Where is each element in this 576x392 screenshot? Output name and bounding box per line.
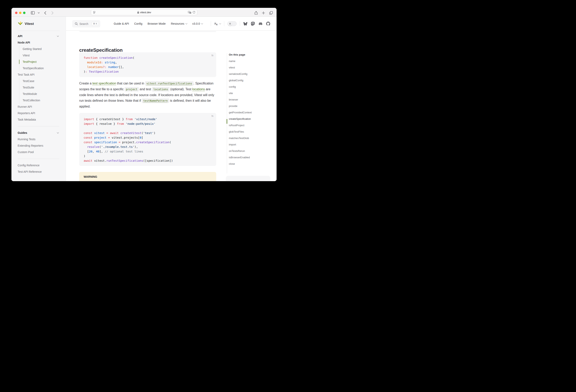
nav-link-browser-mode[interactable]: Browser Mode (148, 22, 166, 25)
code-line: locations?: number[], (84, 65, 212, 69)
code-token: , (115, 61, 117, 64)
share-icon[interactable] (253, 10, 259, 16)
site-nav: Search ⌘ K Guide & APIConfigBrowser Mode… (66, 17, 277, 31)
outline-item-serializedconfig[interactable]: serializedConfig (229, 71, 269, 77)
nav-link-label: v3.0.0 (192, 22, 200, 25)
nav-link-config[interactable]: Config (134, 22, 142, 25)
text-run: (optional). Test (170, 88, 192, 91)
code-token (87, 70, 89, 73)
code-token (107, 65, 108, 69)
nav-right-cluster: Guide & APIConfigBrowser ModeResourcesv3… (114, 17, 270, 31)
code-token: 'node:path/posix' (126, 122, 155, 125)
outline-item-isrootproject[interactable]: isRootProject (229, 122, 269, 128)
outline-item-createspecification[interactable]: createSpecification (229, 116, 269, 122)
minimize-window-button[interactable] (19, 12, 22, 14)
sidebar-item-config-reference[interactable]: Config Reference (11, 162, 66, 169)
sidebar-item-runner-api[interactable]: Runner API (11, 104, 66, 110)
outline-item-import[interactable]: import (229, 141, 269, 148)
outline-item-name[interactable]: name (229, 58, 269, 64)
sidebar-menu-chevron-icon[interactable] (36, 10, 42, 16)
sidebar-item-custom-pool[interactable]: Custom Pool (11, 149, 66, 155)
sidebar-toggle-icon[interactable] (30, 10, 35, 16)
language-menu[interactable]: A (214, 22, 221, 26)
outline-item-close[interactable]: close (229, 160, 269, 167)
vitest-logo[interactable]: Vitest (18, 21, 34, 26)
back-button[interactable] (42, 10, 48, 16)
outline-item-globalconfig[interactable]: globalConfig (229, 77, 269, 84)
sidebar-item-task-metadata[interactable]: Task Metadata (11, 116, 66, 123)
chevron-down-icon (219, 23, 221, 25)
zoom-window-button[interactable] (23, 12, 26, 14)
reload-icon[interactable] (193, 11, 195, 14)
close-window-button[interactable] (15, 12, 17, 14)
outline-item-browser[interactable]: browser (229, 96, 269, 103)
outline-item-vite[interactable]: vite (229, 90, 269, 96)
site-title: Vitest (25, 22, 34, 26)
theme-toggle[interactable] (228, 21, 237, 26)
code-token: ) (84, 70, 86, 73)
inline-link[interactable]: test specification (92, 82, 116, 85)
sidebar-item-test-task-api[interactable]: Test Task API (11, 71, 66, 78)
address-bar[interactable]: vitest.dev A x (91, 9, 197, 15)
docs-sidebar: Vitest APINode APIGetting StartedVitestT… (11, 17, 66, 181)
translate-page-icon[interactable]: A x (188, 11, 191, 14)
nav-link-guide-api[interactable]: Guide & API (114, 22, 129, 25)
code-lang-badge: ts (212, 54, 213, 57)
sidebar-section-guides[interactable]: Guides (11, 130, 66, 136)
sponsor-ad[interactable] (226, 176, 270, 181)
discord-icon[interactable] (258, 22, 263, 26)
code-token (133, 118, 134, 121)
nav-link-v3-0-0[interactable]: v3.0.0 (192, 22, 203, 25)
tab-overview-icon[interactable] (268, 10, 274, 16)
code-token: import (84, 122, 94, 125)
sidebar-item-testmodule[interactable]: TestModule (19, 91, 66, 97)
code-block-signature[interactable]: ts function createSpecification( moduleI… (79, 52, 216, 77)
outline-item-config[interactable]: config (229, 84, 269, 90)
inline-code-link[interactable]: vitest.runTestSpecifications (145, 81, 194, 86)
nav-links: Guide & APIConfigBrowser ModeResourcesv3… (114, 22, 203, 25)
code-token: ([specification]) (143, 159, 173, 162)
sidebar-item-testsuite[interactable]: TestSuite (19, 84, 66, 91)
inline-link[interactable]: locations (192, 88, 205, 91)
outline-item-getprovidedcontext[interactable]: getProvidedContext (229, 109, 269, 116)
outline-item-isbrowserenabled[interactable]: isBrowserEnabled (229, 154, 269, 160)
outline-item-globtestfiles[interactable]: globTestFiles (229, 128, 269, 135)
sidebar-item-extending-reporters[interactable]: Extending Reporters (11, 142, 66, 149)
vitest-logo-icon (18, 21, 23, 26)
sun-icon (229, 23, 231, 25)
forward-button[interactable] (50, 10, 55, 16)
url-text: vitest.dev (140, 11, 151, 14)
sidebar-item-vitest[interactable]: Vitest (19, 52, 66, 59)
sidebar-section-api[interactable]: API (11, 33, 66, 39)
sidebar-item-testcollection[interactable]: TestCollection (19, 97, 66, 104)
nav-link-label: Browser Mode (148, 22, 166, 25)
sidebar-item-reporters-api[interactable]: Reporters API (11, 110, 66, 116)
code-token: [], (119, 65, 124, 69)
search-input[interactable]: Search ⌘ K (72, 20, 100, 28)
sidebar-item-test-api-reference[interactable]: Test API Reference (11, 169, 66, 175)
lock-icon (137, 11, 139, 14)
inline-code-link[interactable]: testNamePattern (142, 98, 169, 103)
new-tab-button[interactable] (260, 10, 266, 16)
mastodon-icon[interactable] (251, 22, 255, 26)
chevron-down-icon (57, 35, 59, 37)
code-line: const project = vitest.projects[0] (84, 135, 212, 140)
sidebar-item-testcase[interactable]: TestCase (19, 78, 66, 84)
code-token: function (84, 56, 98, 59)
sidebar-nav: APINode APIGetting StartedVitestTestProj… (11, 33, 66, 175)
code-token: from (117, 122, 124, 125)
sidebar-item-node-api[interactable]: Node API (11, 39, 66, 46)
code-block-example[interactable]: ts import { createVitest } from 'vitest/… (79, 113, 216, 166)
nav-link-resources[interactable]: Resources (171, 22, 187, 25)
reader-view-icon[interactable] (93, 10, 96, 15)
sidebar-item-testspecification[interactable]: TestSpecification (19, 65, 66, 71)
sidebar-item-testproject[interactable]: TestProject (19, 59, 66, 65)
outline-item-ontestsrerun[interactable]: onTestsRerun (229, 148, 269, 154)
outline-item-provide[interactable]: provide (229, 103, 269, 109)
github-icon[interactable] (266, 22, 270, 26)
outline-item-vitest[interactable]: vitest (229, 64, 269, 71)
outline-item-matchestestglob[interactable]: matchesTestGlob (229, 135, 269, 141)
bluesky-icon[interactable] (243, 22, 248, 26)
sidebar-item-getting-started[interactable]: Getting Started (19, 46, 66, 52)
sidebar-item-running-tests[interactable]: Running Tests (11, 136, 66, 142)
